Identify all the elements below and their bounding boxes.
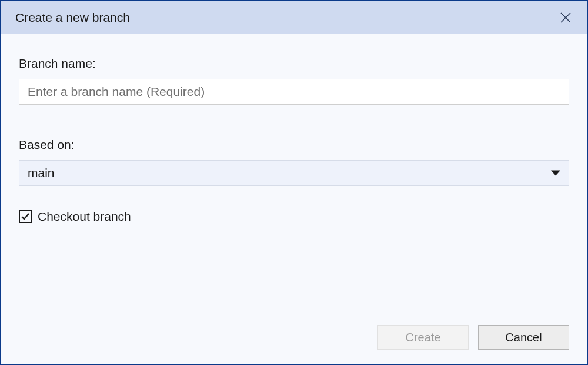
create-button[interactable]: Create: [377, 325, 469, 350]
based-on-label: Based on:: [19, 138, 569, 152]
create-branch-dialog: Create a new branch Branch name: Based o…: [0, 0, 588, 365]
checkout-branch-label: Checkout branch: [38, 210, 131, 224]
dialog-footer: Create Cancel: [1, 325, 587, 364]
checkmark-icon: [21, 212, 30, 221]
close-icon: [560, 12, 572, 24]
checkout-branch-checkbox[interactable]: Checkout branch: [19, 210, 569, 224]
based-on-selected-value: main: [28, 166, 55, 180]
titlebar: Create a new branch: [1, 1, 587, 34]
cancel-button[interactable]: Cancel: [478, 325, 569, 350]
checkbox-box: [19, 210, 32, 223]
dialog-title: Create a new branch: [15, 11, 130, 25]
close-button[interactable]: [559, 11, 573, 25]
based-on-select[interactable]: main: [19, 160, 569, 186]
chevron-down-icon: [551, 171, 560, 176]
branch-name-label: Branch name:: [19, 57, 569, 71]
dialog-content: Branch name: Based on: main Checkout bra…: [1, 34, 587, 325]
branch-name-input[interactable]: [19, 79, 569, 105]
